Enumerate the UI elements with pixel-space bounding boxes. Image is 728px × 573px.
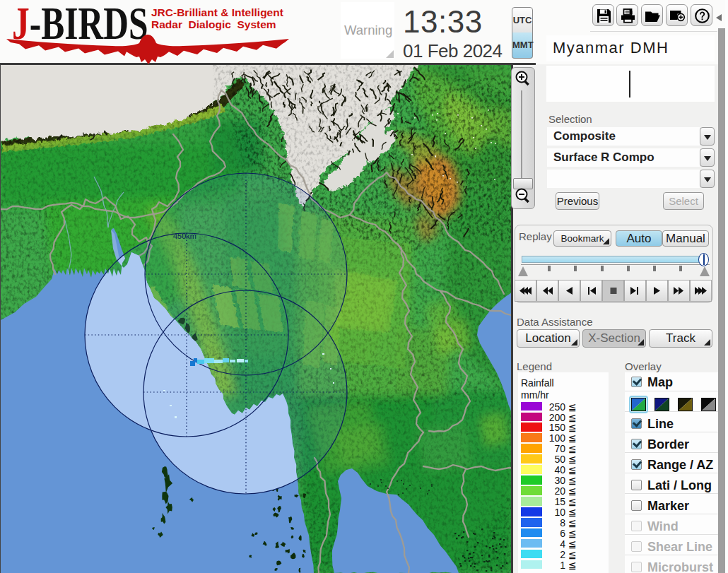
svg-text:450km: 450km — [173, 232, 196, 240]
